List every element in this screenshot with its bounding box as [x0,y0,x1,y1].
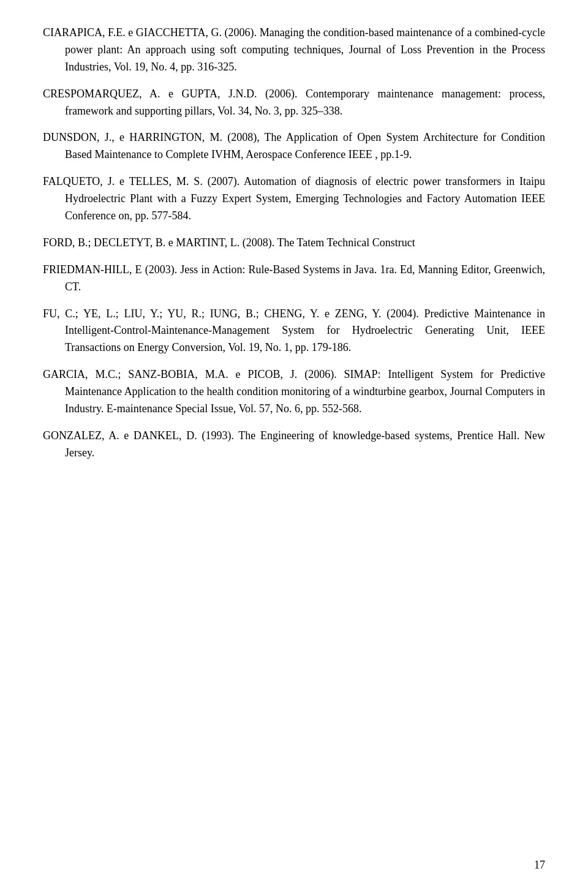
reference-crespomarquez: CRESPOMARQUEZ, A. e GUPTA, J.N.D. (2006)… [43,86,545,120]
reference-friedman-hill: FRIEDMAN-HILL, E (2003). Jess in Action:… [43,262,545,296]
reference-ciarapica-text: CIARAPICA, F.E. e GIACCHETTA, G. (2006).… [43,26,545,73]
reference-crespomarquez-text: CRESPOMARQUEZ, A. e GUPTA, J.N.D. (2006)… [43,88,545,117]
reference-ford-text: FORD, B.; DECLETYT, B. e MARTINT, L. (20… [43,236,415,249]
reference-garcia: GARCIA, M.C.; SANZ-BOBIA, M.A. e PICOB, … [43,366,545,418]
reference-dunsdon: DUNSDON, J., e HARRINGTON, M. (2008), Th… [43,129,545,164]
page-container: CIARAPICA, F.E. e GIACCHETTA, G. (2006).… [0,0,588,890]
page-number: 17 [534,859,545,872]
reference-falqueto: FALQUETO, J. e TELLES, M. S. (2007). Aut… [43,173,545,225]
reference-garcia-text: GARCIA, M.C.; SANZ-BOBIA, M.A. e PICOB, … [43,368,545,415]
reference-gonzalez: GONZALEZ, A. e DANKEL, D. (1993). The En… [43,428,545,462]
reference-gonzalez-text: GONZALEZ, A. e DANKEL, D. (1993). The En… [43,429,545,459]
reference-fu: FU, C.; YE, L.; LIU, Y.; YU, R.; IUNG, B… [43,306,545,357]
reference-ciarapica: CIARAPICA, F.E. e GIACCHETTA, G. (2006).… [43,25,545,76]
reference-dunsdon-text: DUNSDON, J., e HARRINGTON, M. (2008), Th… [43,131,545,160]
reference-fu-text: FU, C.; YE, L.; LIU, Y.; YU, R.; IUNG, B… [43,307,545,354]
reference-ford: FORD, B.; DECLETYT, B. e MARTINT, L. (20… [43,235,545,252]
reference-friedman-hill-text: FRIEDMAN-HILL, E (2003). Jess in Action:… [43,263,545,293]
reference-falqueto-text: FALQUETO, J. e TELLES, M. S. (2007). Aut… [43,175,545,222]
